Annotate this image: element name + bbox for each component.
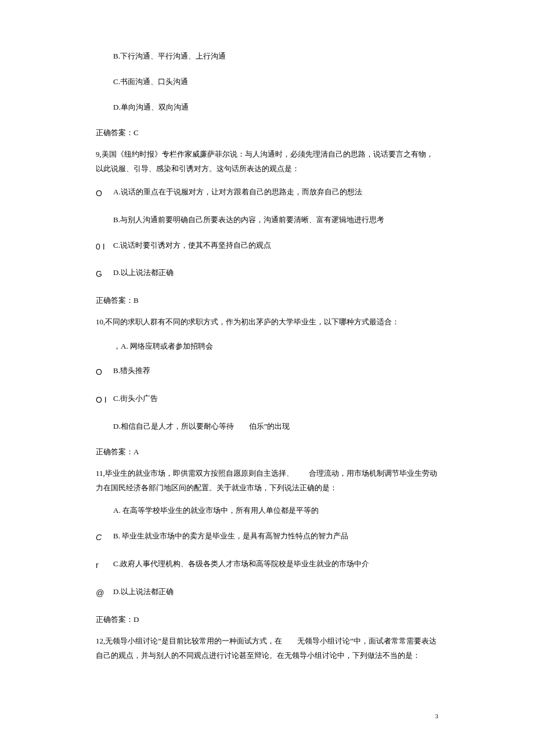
page-content: B.下行沟通、平行沟通、上行沟通 C.书面沟通、口头沟通 D.单向沟通、双向沟通…	[0, 0, 534, 695]
q8-option-c: C.书面沟通、口头沟通	[96, 75, 438, 88]
page-number: 3	[0, 712, 534, 719]
q9-option-d-row: G D.以上说法都正确	[96, 266, 438, 281]
q11-option-b: B. 毕业生就业市场中的卖方是毕业生，是具有高智力性特点的智力产品	[113, 530, 438, 542]
q11-option-c: C.政府人事代理机构、各级各类人才市场和高等院校是毕业生就业的市场中介	[113, 558, 438, 570]
q9-option-c: C.说话时要引诱对方，使其不再坚持自己的观点	[113, 239, 438, 252]
q11-stem: 11,毕业生的就业市场，即供需双方按照自愿原则自主选择、 合理流动，用市场机制调…	[96, 466, 438, 495]
q9-answer: 正确答案：B	[96, 294, 438, 307]
q10-answer: 正确答案：A	[96, 446, 438, 458]
q11-option-c-row: r C.政府人事代理机构、各级各类人才市场和高等院校是毕业生就业的市场中介	[96, 558, 438, 573]
q11-marker-b: C	[96, 530, 113, 545]
q10-option-b: B.猎头推荐	[113, 364, 438, 377]
q10-option-c: C.街头小广告	[113, 392, 438, 405]
q8-answer: 正确答案：C	[96, 126, 438, 139]
q9-marker-a: O	[96, 186, 113, 201]
q9-option-c-row: 0 I C.说话时要引诱对方，使其不再坚持自己的观点	[96, 239, 438, 254]
q9-marker-c: 0 I	[96, 239, 113, 254]
q10-option-c-row: O I C.街头小广告	[96, 392, 438, 407]
q10-option-a: ，A. 网络应聘或者参加招聘会	[96, 340, 438, 353]
q9-option-b: B.与别人沟通前要明确自己所要表达的内容，沟通前要清晰、富有逻辑地进行思考	[96, 214, 438, 226]
q10-option-d: D.相信自己是人才，所以要耐心等待 伯乐”的出现	[96, 420, 438, 433]
q9-marker-d: G	[96, 266, 113, 281]
q10-option-b-row: O B.猎头推荐	[96, 364, 438, 379]
q11-option-b-row: C B. 毕业生就业市场中的卖方是毕业生，是具有高智力性特点的智力产品	[96, 530, 438, 545]
q11-marker-d: @	[96, 585, 113, 601]
q9-option-a: A.说话的重点在于说服对方，让对方跟着自己的思路走，而放弃自己的想法	[113, 186, 438, 198]
q9-stem: 9,美国《纽约时报》专栏作家威廉萨菲尔说：与人沟通时，必须先理清自己的思路，说话…	[96, 147, 438, 176]
q11-answer: 正确答案：D	[96, 613, 438, 626]
q9-option-d: D.以上说法都正确	[113, 266, 438, 279]
q9-option-a-row: O A.说话的重点在于说服对方，让对方跟着自己的思路走，而放弃自己的想法	[96, 186, 438, 201]
q10-marker-b: O	[96, 364, 113, 379]
q8-option-d: D.单向沟通、双向沟通	[96, 101, 438, 114]
q8-option-b: B.下行沟通、平行沟通、上行沟通	[96, 50, 438, 63]
q12-stem: 12,无领导小组讨论”是目前比较常用的一种面试方式，在 无领导小组讨论”中，面试…	[96, 634, 438, 663]
q11-option-a: A. 在高等学校毕业生的就业市场中，所有用人单位都是平等的	[96, 504, 438, 517]
q11-marker-c: r	[96, 558, 113, 573]
q10-marker-c: O I	[96, 392, 113, 407]
q11-option-d: D.以上说法都正确	[113, 585, 438, 598]
q11-option-d-row: @ D.以上说法都正确	[96, 585, 438, 601]
q10-stem: 10,不同的求职人群有不同的求职方式，作为初出茅庐的大学毕业生，以下哪种方式最适…	[96, 315, 438, 330]
